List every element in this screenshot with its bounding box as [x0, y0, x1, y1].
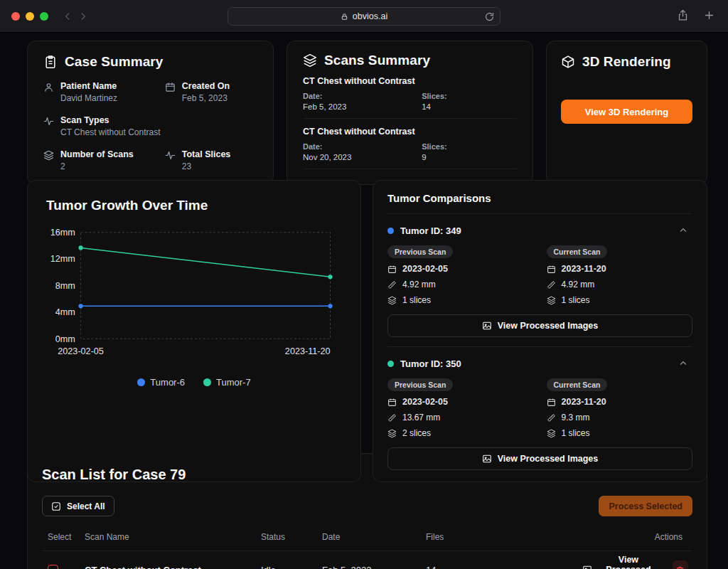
svg-text:0mm: 0mm: [55, 334, 75, 344]
previous-scan-badge: Previous Scan: [387, 378, 453, 391]
scan-date: Date: Feb 5, 2023: [303, 92, 422, 111]
select-all-button[interactable]: Select All: [42, 496, 114, 516]
previous-scan-column: Previous Scan 2023-02-05 13.67 mm 2 slic…: [387, 378, 534, 438]
scan-entry: CT Chest without Contrast Date: Feb 5, 2…: [303, 68, 517, 119]
cell-files: 14: [426, 565, 582, 569]
ruler-icon: [547, 280, 556, 289]
scan-date: 2023-11-20: [562, 397, 606, 407]
clipboard-icon: [43, 55, 58, 69]
view-3d-rendering-button[interactable]: View 3D Rendering: [561, 100, 692, 124]
new-tab-icon[interactable]: [703, 9, 715, 21]
calendar-icon: [165, 82, 176, 92]
column-header-date: Date: [322, 532, 426, 542]
activity-icon: [165, 150, 176, 161]
ruler-icon: [387, 280, 397, 289]
tumor-section-350: Tumor ID: 350 Previous Scan 2023-02-05 1…: [387, 346, 692, 470]
scan-name: CT Chest without Contrast: [303, 127, 517, 137]
scan-date: 2023-02-05: [402, 397, 448, 407]
tumor-slices: 1 slices: [402, 295, 431, 305]
scan-date: Date: Nov 20, 2023: [303, 142, 422, 161]
tumor-slices: 1 slices: [562, 428, 590, 438]
current-scan-column: Current Scan 2023-11-20 4.92 mm 1 slices: [547, 245, 693, 305]
field-value: 2: [60, 161, 134, 171]
previous-scan-column: Previous Scan 2023-02-05 4.92 mm 1 slice…: [387, 245, 534, 305]
scan-date: 2023-02-05: [402, 264, 448, 274]
rendering-title: 3D Rendering: [561, 54, 692, 70]
ruler-icon: [547, 413, 556, 422]
page-content: Case Summary Patient Name David Martinez…: [0, 33, 728, 569]
minimize-window-button[interactable]: [26, 12, 34, 21]
column-header-scan-name: Scan Name: [85, 532, 261, 542]
image-icon: [482, 321, 492, 331]
svg-text:8mm: 8mm: [55, 281, 75, 291]
calendar-icon: [387, 265, 397, 274]
legend-item: Tumor-6: [137, 377, 185, 388]
field-scan-types: Scan Types CT Chest without Contrast: [43, 115, 257, 137]
calendar-icon: [547, 398, 556, 407]
url-text: obvios.ai: [353, 11, 387, 21]
tumor-color-dot: [387, 228, 394, 234]
share-icon[interactable]: [677, 9, 689, 21]
activity-icon: [43, 116, 54, 127]
column-header-actions: Actions: [582, 532, 692, 542]
browser-chrome: obvios.ai: [0, 0, 728, 33]
process-selected-button[interactable]: Process Selected: [599, 496, 692, 516]
row-checkbox[interactable]: [48, 565, 58, 569]
field-label: Created On: [182, 81, 230, 91]
chevron-right-icon: [78, 11, 88, 21]
tumor-slices: 1 slices: [562, 295, 590, 305]
table-row: CT Chest without Contrast Idle Feb 5, 20…: [42, 551, 692, 569]
zoom-window-button[interactable]: [40, 12, 48, 21]
field-value: Feb 5, 2023: [182, 93, 230, 103]
tumor-slices: 2 slices: [402, 428, 431, 438]
field-total-slices: Total Slices 23: [165, 149, 257, 171]
layers-icon: [303, 53, 317, 68]
field-label: Number of Scans: [60, 149, 134, 159]
delete-scan-button[interactable]: [673, 560, 688, 569]
view-processed-images-button[interactable]: View Processed Images: [387, 447, 692, 470]
field-label: Total Slices: [182, 149, 231, 159]
current-scan-badge: Current Scan: [547, 245, 608, 258]
scans-summary-title: Scans Summary: [303, 53, 517, 68]
column-header-status: Status: [261, 532, 322, 542]
collapse-tumor-button[interactable]: [678, 356, 692, 371]
close-window-button[interactable]: [11, 12, 20, 21]
tumor-size: 13.67 mm: [402, 413, 440, 422]
tumor-size: 4.92 mm: [402, 280, 436, 289]
field-value: CT Chest without Contrast: [60, 127, 161, 137]
svg-text:4mm: 4mm: [55, 307, 75, 317]
chevron-up-icon: [678, 358, 688, 368]
calendar-icon: [387, 398, 397, 407]
scan-slices: Slices: 14: [422, 92, 517, 111]
svg-text:16mm: 16mm: [50, 228, 75, 238]
tumor-growth-chart: 16mm12mm8mm4mm0mm2023-02-052023-11-20: [46, 225, 343, 371]
view-processed-images-button[interactable]: View Processed Images: [387, 314, 692, 337]
layers-icon: [547, 296, 556, 305]
layers-icon: [547, 429, 556, 438]
scan-date: 2023-11-20: [562, 264, 606, 274]
address-bar[interactable]: obvios.ai: [228, 7, 500, 26]
view-processed-files-button[interactable]: View Processed Files: [582, 555, 660, 569]
reload-icon: [484, 11, 495, 22]
field-patient-name: Patient Name David Martinez: [43, 81, 159, 103]
field-created-on: Created On Feb 5, 2023: [165, 81, 257, 103]
layers-icon: [387, 296, 397, 305]
collapse-tumor-button[interactable]: [678, 223, 692, 238]
column-header-files: Files: [426, 532, 582, 542]
previous-scan-badge: Previous Scan: [387, 245, 453, 258]
legend-item: Tumor-7: [203, 377, 251, 388]
tumor-id-label: Tumor ID: 350: [400, 358, 672, 369]
scan-entry: CT Chest without Contrast Date: Nov 20, …: [303, 119, 517, 169]
layers-icon: [387, 429, 397, 438]
cube-icon: [561, 55, 575, 69]
rendering-card: 3D Rendering View 3D Rendering: [546, 41, 707, 185]
window-controls: [11, 12, 48, 21]
field-value: 23: [182, 161, 231, 171]
person-icon: [43, 82, 54, 92]
forward-button[interactable]: [75, 9, 91, 24]
chevron-up-icon: [678, 225, 688, 235]
reload-button[interactable]: [484, 11, 495, 22]
field-number-of-scans: Number of Scans 2: [43, 149, 159, 171]
back-button[interactable]: [60, 9, 75, 24]
image-icon: [582, 565, 592, 569]
